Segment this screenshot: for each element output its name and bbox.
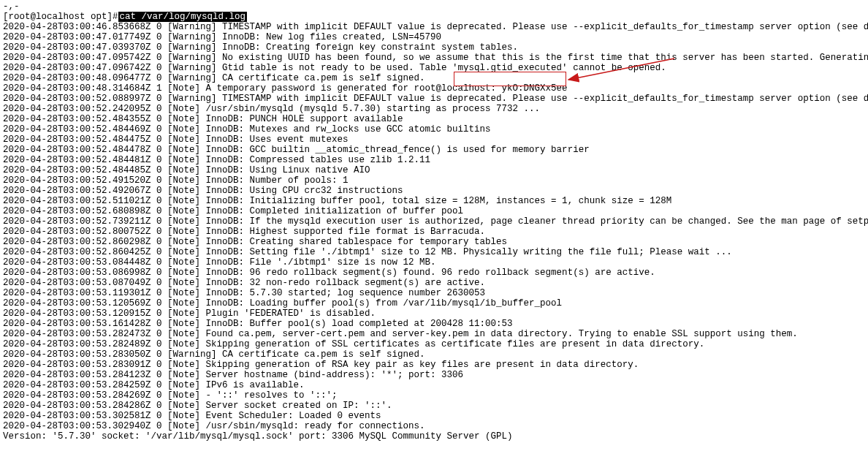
log-line: 2020-04-28T03:00:52.800752Z 0 [Note] Inn… <box>3 227 865 237</box>
log-line: 2020-04-28T03:00:47.096742Z 0 [Warning] … <box>3 63 865 73</box>
log-line: 2020-04-28T03:00:52.484475Z 0 [Note] Inn… <box>3 135 865 145</box>
log-line: 2020-04-28T03:00:53.282473Z 0 [Note] Fou… <box>3 329 865 339</box>
log-line: 2020-04-28T03:00:52.484478Z 0 [Note] Inn… <box>3 145 865 155</box>
log-line: 2020-04-28T03:00:53.282489Z 0 [Note] Ski… <box>3 339 865 349</box>
log-line: 2020-04-28T03:00:53.084448Z 0 [Note] Inn… <box>3 257 865 268</box>
log-line: 2020-04-28T03:00:52.511021Z 0 [Note] Inn… <box>3 196 865 206</box>
log-line: 2020-04-28T03:00:52.484355Z 0 [Note] Inn… <box>3 114 865 124</box>
log-line: 2020-04-28T03:00:53.087049Z 0 [Note] Inn… <box>3 278 865 288</box>
log-line: 2020-04-28T03:00:53.284286Z 0 [Note] Ser… <box>3 401 865 411</box>
log-line: 2020-04-28T03:00:52.492067Z 0 [Note] Inn… <box>3 186 865 196</box>
log-line: 2020-04-28T03:00:53.119301Z 0 [Note] Inn… <box>3 288 865 298</box>
log-line: 2020-04-28T03:00:46.853668Z 0 [Warning] … <box>3 22 865 32</box>
log-line: 2020-04-28T03:00:52.491520Z 0 [Note] Inn… <box>3 175 865 186</box>
log-line: 2020-04-28T03:00:53.120915Z 0 [Note] Plu… <box>3 308 865 319</box>
terminal-prefix: -,- <box>3 1 865 12</box>
log-line: 2020-04-28T03:00:53.302940Z 0 [Note] /us… <box>3 421 865 431</box>
log-line: 2020-04-28T03:00:48.096477Z 0 [Warning] … <box>3 73 865 83</box>
terminal-prompt-line: [root@localhost opt]# cat /var/log/mysql… <box>3 12 865 22</box>
log-line: 2020-04-28T03:00:53.086998Z 0 [Note] Inn… <box>3 268 865 278</box>
log-line: 2020-04-28T03:00:47.039370Z 0 [Warning] … <box>3 42 865 53</box>
terminal-prompt: [root@localhost opt]# <box>3 12 118 22</box>
log-line: 2020-04-28T03:00:48.314684Z 1 [Note] A t… <box>3 83 865 94</box>
log-line: 2020-04-28T03:00:52.739211Z 0 [Note] Inn… <box>3 216 865 227</box>
log-line: 2020-04-28T03:00:53.161428Z 0 [Note] Inn… <box>3 319 865 329</box>
log-line: 2020-04-28T03:00:47.095742Z 0 [Warning] … <box>3 53 865 63</box>
log-line: 2020-04-28T03:00:53.284123Z 0 [Note] Ser… <box>3 370 865 380</box>
log-line: 2020-04-28T03:00:53.283091Z 0 [Note] Ski… <box>3 360 865 370</box>
log-line: 2020-04-28T03:00:52.484481Z 0 [Note] Inn… <box>3 155 865 165</box>
log-line: 2020-04-28T03:00:52.680898Z 0 [Note] Inn… <box>3 206 865 216</box>
log-line: 2020-04-28T03:00:53.120569Z 0 [Note] Inn… <box>3 298 865 308</box>
log-line: 2020-04-28T03:00:53.284269Z 0 [Note] - '… <box>3 390 865 401</box>
log-line: 2020-04-28T03:00:47.017749Z 0 [Warning] … <box>3 32 865 42</box>
log-line: Version: '5.7.30' socket: '/var/lib/mysq… <box>3 431 865 442</box>
log-line: 2020-04-28T03:00:52.860425Z 0 [Note] Inn… <box>3 247 865 257</box>
log-line: 2020-04-28T03:00:53.283050Z 0 [Warning] … <box>3 349 865 360</box>
log-line: 2020-04-28T03:00:52.484485Z 0 [Note] Inn… <box>3 165 865 175</box>
log-line: 2020-04-28T03:00:53.284259Z 0 [Note] IPv… <box>3 380 865 390</box>
terminal-command-highlighted: cat /var/log/mysqld.log <box>118 12 248 22</box>
log-line: 2020-04-28T03:00:53.302581Z 0 [Note] Eve… <box>3 411 865 421</box>
log-line: 2020-04-28T03:00:52.484469Z 0 [Note] Inn… <box>3 124 865 135</box>
log-line: 2020-04-28T03:00:52.860298Z 0 [Note] Inn… <box>3 237 865 247</box>
log-line: 2020-04-28T03:00:52.088997Z 0 [Warning] … <box>3 94 865 104</box>
log-line: 2020-04-28T03:00:52.242095Z 0 [Note] /us… <box>3 104 865 114</box>
terminal-output: 2020-04-28T03:00:46.853668Z 0 [Warning] … <box>3 22 865 442</box>
